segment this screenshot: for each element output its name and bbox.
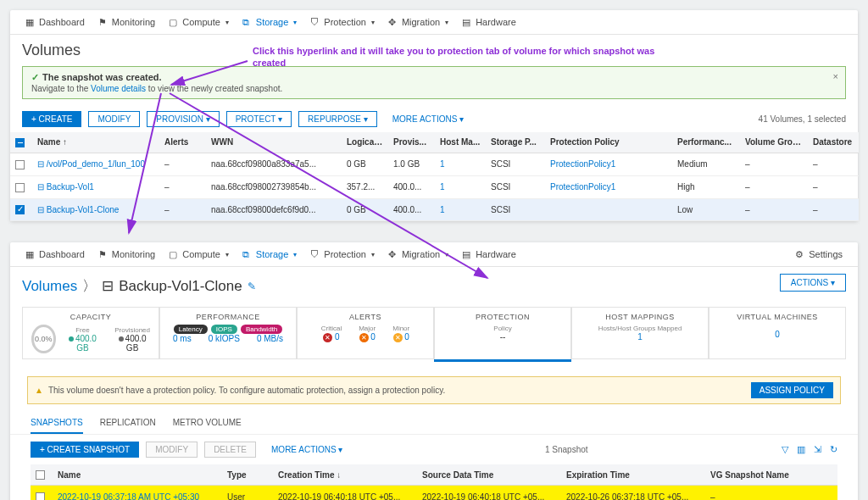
nav-hardware[interactable]: ▤Hardware (455, 17, 523, 27)
row-checkbox[interactable] (36, 492, 45, 500)
chevron-down-icon: ▾ (445, 251, 448, 258)
volume-name-link[interactable]: Backup-Vol1-Clone (47, 205, 120, 214)
volumes-table: Name ↑ Alerts WWN Logical... Provis... H… (10, 132, 859, 221)
refresh-icon[interactable]: ↻ (830, 444, 837, 455)
nav-storage[interactable]: ⧉Storage▾ (236, 17, 304, 27)
col-expiration[interactable]: Expiration Time (561, 464, 705, 485)
warning-icon: ▲ (35, 386, 43, 395)
nav-dashboard[interactable]: ▦Dashboard (19, 249, 92, 259)
assign-text: This volume doesn't have a protection po… (48, 386, 445, 395)
col-vg[interactable]: Volume Group (740, 132, 808, 153)
pencil-icon[interactable]: ✎ (248, 281, 256, 292)
nav-monitoring[interactable]: ⚑Monitoring (92, 17, 162, 27)
col-source[interactable]: Source Data Time (417, 464, 561, 485)
select-all-checkbox[interactable] (36, 470, 45, 480)
table-row[interactable]: ⊟ /vol/Pod_demo_1/lun_100 –naa.68ccf0980… (10, 153, 859, 175)
protect-button[interactable]: PROTECT ▾ (226, 111, 292, 127)
col-protection[interactable]: Protection Policy (545, 132, 672, 153)
row-checkbox[interactable] (15, 160, 25, 169)
col-storage[interactable]: Storage P... (486, 132, 545, 153)
tab-replication[interactable]: REPLICATION (100, 413, 156, 434)
migration-icon: ✥ (388, 17, 398, 27)
nav-storage[interactable]: ⧉Storage▾ (236, 249, 304, 259)
provision-button[interactable]: PROVISION ▾ (147, 111, 219, 127)
col-type[interactable]: Type (222, 464, 273, 485)
col-hostmap[interactable]: Host Ma... (435, 132, 486, 153)
protection-icon: ⛉ (310, 249, 320, 259)
breadcrumb: Volumes 〉 ⊟ Backup-Vol1-Clone ✎ (10, 268, 268, 297)
table-row[interactable]: ⊟ Backup-Vol1 –naa.68ccf098002739854b...… (10, 175, 859, 198)
filter-icon[interactable]: ▽ (782, 444, 788, 455)
nav-settings[interactable]: ⚙Settings (788, 249, 849, 259)
performance-card[interactable]: PERFORMANCE LatencyIOPSBandwidth 0 ms0 k… (159, 307, 297, 359)
create-snapshot-button[interactable]: + CREATE SNAPSHOT (31, 442, 139, 458)
alerts-card[interactable]: ALERTS Critical✕ 0Major✕ 0Minor✕ 0 (297, 307, 434, 359)
col-name[interactable]: Name (53, 464, 222, 485)
create-button[interactable]: + CREATE (22, 111, 81, 127)
hostmap-link[interactable]: 1 (440, 205, 445, 214)
nav-dashboard[interactable]: ▦Dashboard (19, 17, 92, 27)
policy-link[interactable]: ProtectionPolicy1 (550, 159, 615, 169)
close-icon[interactable]: × (833, 71, 838, 81)
perf-pill: Latency (174, 325, 208, 334)
nav-migration[interactable]: ✥Migration▾ (381, 249, 455, 259)
hostmap-link[interactable]: 1 (440, 182, 445, 192)
nav-protection[interactable]: ⛉Protection▾ (303, 249, 381, 259)
repurpose-button[interactable]: REPURPOSE ▾ (298, 111, 377, 127)
toolbar: + CREATE MODIFY PROVISION ▾ PROTECT ▾ RE… (10, 106, 858, 132)
col-creation[interactable]: Creation Time ↓ (273, 464, 417, 485)
nav-migration[interactable]: ✥Migration▾ (381, 17, 455, 27)
col-vgsnap[interactable]: VG Snapshot Name (705, 464, 837, 485)
hostmappings-card[interactable]: HOST MAPPINGS Hosts/Host Groups Mapped 1 (571, 307, 709, 359)
more-actions-button[interactable]: MORE ACTIONS ▾ (263, 442, 351, 457)
assign-policy-bar: ▲ This volume doesn't have a protection … (27, 376, 841, 404)
col-name[interactable]: Name ↑ (32, 132, 159, 153)
notice-title: The snapshot was created. (42, 72, 162, 82)
select-all-checkbox[interactable] (15, 138, 25, 147)
dashboard-icon: ▦ (25, 249, 36, 259)
col-logical[interactable]: Logical... (342, 132, 388, 153)
tab-metro[interactable]: METRO VOLUME (173, 413, 242, 434)
nav-compute[interactable]: ▢Compute▾ (162, 17, 236, 27)
volume-name-link[interactable]: Backup-Vol1 (47, 182, 94, 192)
tab-snapshots[interactable]: SNAPSHOTS (31, 413, 83, 434)
snapshot-toolbar: + CREATE SNAPSHOT MODIFY DELETE MORE ACT… (10, 435, 858, 464)
row-checkbox[interactable] (15, 183, 25, 192)
protection-card[interactable]: PROTECTION Policy -- (434, 307, 571, 359)
vm-card[interactable]: VIRTUAL MACHINES 0 (709, 307, 846, 359)
nav-protection[interactable]: ⛉Protection▾ (303, 17, 381, 27)
delete-button: DELETE (204, 442, 256, 458)
col-alerts[interactable]: Alerts (159, 132, 206, 153)
breadcrumb-root[interactable]: Volumes (22, 278, 77, 295)
notice-text: to view the newly created snapshot. (146, 84, 282, 93)
row-checkbox[interactable] (15, 205, 25, 214)
col-datastore[interactable]: Datastore (808, 132, 859, 153)
volume-details-link[interactable]: Volume details (91, 84, 146, 93)
col-wwn[interactable]: WWN (206, 132, 342, 153)
volume-name-link[interactable]: /vol/Pod_demo_1/lun_100 (47, 159, 145, 169)
snapshot-count: 1 Snapshot (545, 445, 588, 454)
table-row[interactable]: ⊟ Backup-Vol1-Clone –naa.68ccf09800defc6… (10, 198, 859, 221)
notice-text: Navigate to the (31, 84, 91, 93)
actions-button[interactable]: ACTIONS ▾ (780, 274, 846, 292)
breadcrumb-leaf: Backup-Vol1-Clone (119, 278, 242, 295)
bottom-panel: ▦Dashboard ⚑Monitoring ▢Compute▾ ⧉Storag… (10, 242, 858, 500)
modify-button[interactable]: MODIFY (88, 111, 140, 127)
export-icon[interactable]: ⇲ (814, 444, 821, 455)
assign-policy-button[interactable]: ASSIGN POLICY (751, 382, 833, 398)
snapshot-name-link[interactable]: 2022-10-19 06:37:18 AM UTC +05:30 (58, 492, 199, 500)
check-icon: ✓ (31, 72, 39, 82)
top-panel: ▦Dashboard ⚑Monitoring ▢Compute▾ ⧉Storag… (10, 10, 858, 221)
col-performance[interactable]: Performanc... (672, 132, 740, 153)
col-provisioned[interactable]: Provis... (388, 132, 435, 153)
more-actions-button[interactable]: MORE ACTIONS ▾ (384, 112, 472, 126)
policy-link[interactable]: ProtectionPolicy1 (550, 182, 615, 192)
columns-icon[interactable]: ▥ (797, 444, 805, 455)
nav-hardware[interactable]: ▤Hardware (455, 249, 523, 259)
table-row[interactable]: 2022-10-19 06:37:18 AM UTC +05:30 User 2… (31, 486, 837, 500)
flag-icon: ⚑ (98, 17, 108, 27)
nav-compute[interactable]: ▢Compute▾ (162, 249, 236, 259)
nav-monitoring[interactable]: ⚑Monitoring (92, 249, 162, 259)
hostmap-link[interactable]: 1 (440, 159, 445, 169)
capacity-card[interactable]: CAPACITY 0.0% Free400.0 GB Provisioned40… (22, 307, 159, 359)
